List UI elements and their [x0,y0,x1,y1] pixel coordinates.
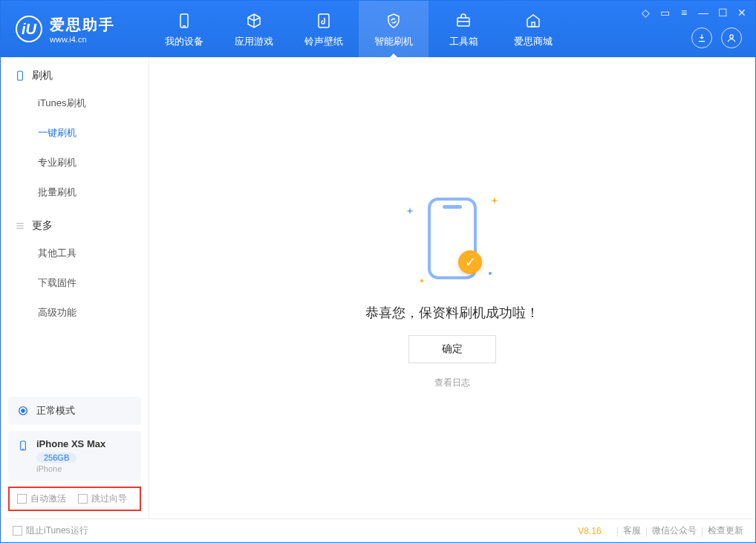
cube-icon [244,10,264,31]
sparkle-icon [486,270,494,277]
sidebar: 刷机 iTunes刷机 一键刷机 专业刷机 批量刷机 更多 其他工具 下载固件 … [1,57,149,518]
svg-point-14 [420,279,423,282]
sidebar-items-flash: iTunes刷机 一键刷机 专业刷机 批量刷机 [1,88,149,207]
nav-label: 铃声壁纸 [304,35,343,48]
sidebar-item-download-firmware[interactable]: 下载固件 [1,268,149,298]
top-bar: iU 爱思助手 www.i4.cn 我的设备 应用游戏 铃声壁纸 智能刷机 [1,1,755,57]
app-name: 爱思助手 [50,15,115,35]
app-url: www.i4.cn [50,35,115,44]
sidebar-item-other-tools[interactable]: 其他工具 [1,238,149,268]
svg-point-5 [730,35,734,39]
sparkle-icon [491,197,498,204]
shield-refresh-icon [383,10,404,31]
svg-rect-6 [18,71,23,80]
sidebar-section-flash: 刷机 [1,57,149,88]
nav-tab-store[interactable]: 爱思商城 [498,1,568,57]
version-label: V8.16 [578,526,601,536]
sidebar-item-onekey-flash[interactable]: 一键刷机 [1,118,149,148]
sidebar-item-pro-flash[interactable]: 专业刷机 [1,148,149,178]
success-illustration: ✓ [400,186,504,290]
store-icon [523,10,544,31]
nav-tab-ringtones[interactable]: 铃声壁纸 [289,1,359,57]
device-card[interactable]: iPhone XS Max 256GB iPhone [8,431,141,481]
ok-button[interactable]: 确定 [408,335,496,363]
menu-icon[interactable]: ≡ [678,7,690,19]
close-button[interactable]: ✕ [736,7,748,19]
checkbox-icon [13,526,22,536]
svg-rect-2 [319,14,329,27]
checkbox-label: 跳过向导 [91,492,127,505]
mode-icon [17,405,29,417]
sidebar-item-advanced[interactable]: 高级功能 [1,298,149,328]
device-panel: 正常模式 iPhone XS Max 256GB iPhone 自动激活 [1,389,149,518]
checkbox-skip-guide[interactable]: 跳过向导 [78,492,127,505]
nav-label: 应用游戏 [235,35,273,48]
sidebar-item-itunes-flash[interactable]: iTunes刷机 [1,88,149,118]
link-wechat[interactable]: 微信公众号 [652,524,697,537]
link-support[interactable]: 客服 [623,524,641,537]
nav-tabs: 我的设备 应用游戏 铃声壁纸 智能刷机 工具箱 爱思商城 [149,1,568,57]
phone-icon [14,70,26,82]
checkbox-label: 阻止iTunes运行 [26,524,88,537]
top-right-buttons [691,27,742,48]
checkbox-icon [78,494,88,504]
sparkle-icon [406,207,414,215]
toolbox-icon [453,10,474,31]
check-badge-icon: ✓ [458,250,482,274]
checkbox-bar-highlight: 自动激活 跳过向导 [8,487,141,511]
status-bar: 阻止iTunes运行 V8.16 | 客服 | 微信公众号 | 检查更新 [1,518,755,542]
svg-point-11 [22,409,25,412]
success-message: 恭喜您，保资料刷机成功啦！ [365,304,539,322]
nav-label: 我的设备 [165,35,203,48]
nav-label: 工具箱 [449,35,478,48]
status-right: V8.16 | 客服 | 微信公众号 | 检查更新 [578,524,743,537]
skin-icon[interactable]: ▭ [659,7,671,19]
app-logo-icon: iU [16,16,42,42]
sidebar-item-batch-flash[interactable]: 批量刷机 [1,178,149,207]
minimize-button[interactable]: — [697,7,709,19]
section-title: 更多 [32,219,53,233]
sidebar-items-more: 其他工具 下载固件 高级功能 [1,238,149,328]
svg-point-15 [489,272,492,275]
device-type: iPhone [36,464,105,473]
music-file-icon [313,10,334,31]
mode-label: 正常模式 [36,404,75,417]
maximize-button[interactable]: ☐ [717,7,729,19]
window-controls: ◇ ▭ ≡ — ☐ ✕ [639,7,748,19]
account-button[interactable] [721,27,742,48]
view-log-link[interactable]: 查看日志 [434,377,470,389]
svg-rect-4 [532,22,535,27]
nav-tab-toolbox[interactable]: 工具箱 [428,1,498,57]
sidebar-section-more: 更多 [1,207,149,238]
device-icon [17,440,29,452]
downloads-button[interactable] [691,27,712,48]
app-window: iU 爱思助手 www.i4.cn 我的设备 应用游戏 铃声壁纸 智能刷机 [0,0,756,543]
nav-label: 爱思商城 [514,35,553,48]
device-name: iPhone XS Max [36,438,105,449]
list-icon [14,220,26,232]
logo-text: 爱思助手 www.i4.cn [50,15,115,44]
device-capacity: 256GB [36,452,76,463]
main-content: ✓ 恭喜您，保资料刷机成功啦！ 确定 查看日志 [149,57,755,518]
sparkle-icon [418,277,426,284]
section-title: 刷机 [32,69,53,82]
nav-tab-flash[interactable]: 智能刷机 [359,1,428,57]
link-check-update[interactable]: 检查更新 [708,524,743,537]
checkbox-block-itunes[interactable]: 阻止iTunes运行 [13,524,88,537]
mode-card[interactable]: 正常模式 [8,397,141,425]
nav-label: 智能刷机 [374,35,413,48]
body: 刷机 iTunes刷机 一键刷机 专业刷机 批量刷机 更多 其他工具 下载固件 … [1,57,755,518]
logo-area: iU 爱思助手 www.i4.cn [1,15,149,44]
nav-tab-apps[interactable]: 应用游戏 [219,1,289,57]
checkbox-auto-activate[interactable]: 自动激活 [17,492,66,505]
decoration-icon[interactable]: ◇ [639,7,651,19]
nav-tab-device[interactable]: 我的设备 [149,1,219,57]
checkbox-label: 自动激活 [30,492,66,505]
device-icon [174,10,195,31]
checkbox-icon [17,494,27,504]
